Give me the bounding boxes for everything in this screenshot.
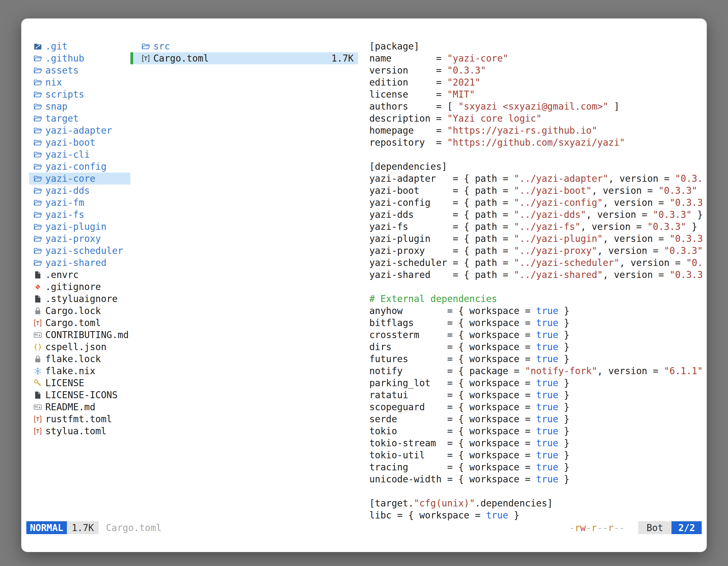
folder-icon [34, 175, 42, 183]
parent-entry[interactable]: snap [29, 100, 130, 112]
parent-entry[interactable]: README.md [29, 401, 130, 413]
parent-entry[interactable]: yazi-cli [29, 149, 130, 161]
preview-line: tracing = { workspace = true } [369, 461, 702, 473]
preview-line: authors = [ "sxyazi <sxyazi@gmail.com>" … [369, 100, 702, 112]
parent-entry[interactable]: assets [29, 64, 130, 76]
preview-line [369, 149, 702, 161]
entry-name: CONTRIBUTING.md [45, 329, 129, 341]
parent-entry[interactable]: .git [29, 40, 130, 52]
preview-line: yazi-proxy = { path = "../yazi-proxy", v… [369, 245, 702, 257]
preview-line: ratatui = { workspace = true } [369, 389, 702, 401]
preview-line: version = "0.3.3" [369, 64, 702, 76]
cursor-bar [130, 52, 133, 64]
folder-icon [34, 139, 42, 147]
parent-entry[interactable]: yazi-boot [29, 137, 130, 149]
entry-name: scripts [45, 88, 84, 100]
preview-line: tokio-stream = { workspace = true } [369, 437, 702, 449]
parent-entry[interactable]: yazi-core [29, 173, 130, 185]
file-icon [34, 271, 42, 279]
key-icon [34, 379, 42, 387]
parent-entry[interactable]: .gitignore [29, 281, 130, 293]
git-icon [34, 283, 42, 291]
parent-entry[interactable]: CONTRIBUTING.md [29, 329, 130, 341]
preview-line [369, 485, 702, 497]
preview-line: license = "MIT" [369, 88, 702, 100]
parent-entry[interactable]: LICENSE-ICONS [29, 389, 130, 401]
entry-size: 1.7K [326, 52, 354, 64]
entry-name: target [45, 112, 79, 125]
entry-name: .styluaignore [45, 293, 118, 305]
preview-line: name = "yazi-core" [369, 52, 702, 64]
parent-entry[interactable]: yazi-adapter [29, 125, 130, 137]
entry-name: flake.lock [45, 353, 101, 365]
parent-entry[interactable]: yazi-fm [29, 197, 130, 209]
preview-line: notify = { package = "notify-fork", vers… [369, 365, 702, 377]
status-filename: Cargo.toml [106, 522, 162, 533]
entry-name: README.md [45, 401, 95, 413]
entry-name: yazi-adapter [45, 125, 112, 137]
folder-icon [34, 54, 42, 63]
preview-line: parking_lot = { workspace = true } [369, 377, 702, 389]
parent-entry[interactable]: yazi-scheduler [29, 245, 130, 257]
preview-line: # External dependencies [369, 293, 702, 305]
entry-name: rustfmt.toml [45, 413, 112, 425]
preview-line: tokio-util = { workspace = true } [369, 449, 702, 461]
entry-name: flake.nix [45, 365, 95, 377]
folder-icon [34, 223, 42, 231]
folder-icon [34, 90, 42, 99]
preview-line: yazi-config = { path = "../yazi-config",… [369, 197, 702, 209]
entry-name: cspell.json [45, 341, 107, 353]
current-entry[interactable]: src [130, 40, 358, 52]
entry-name: yazi-fs [45, 209, 84, 221]
parent-entry[interactable]: yazi-proxy [29, 233, 130, 245]
current-entry[interactable]: Cargo.toml1.7K [130, 52, 358, 64]
mode-badge: NORMAL [26, 521, 67, 534]
parent-entry[interactable]: yazi-shared [29, 257, 130, 269]
parent-entry[interactable]: flake.nix [29, 365, 130, 377]
current-pane: srcCargo.toml1.7K [130, 40, 358, 64]
parent-entry[interactable]: yazi-plugin [29, 221, 130, 233]
preview-line: homepage = "https://yazi-rs.github.io" [369, 125, 702, 137]
entry-name: yazi-cli [45, 149, 90, 161]
parent-entry[interactable]: LICENSE [29, 377, 130, 389]
preview-line: yazi-shared = { path = "../yazi-shared",… [369, 269, 702, 281]
preview-line: yazi-adapter = { path = "../yazi-adapter… [369, 173, 702, 185]
parent-entry[interactable]: yazi-config [29, 161, 130, 173]
preview-line: futures = { workspace = true } [369, 353, 702, 365]
parent-entry[interactable]: scripts [29, 88, 130, 100]
entry-name: yazi-boot [45, 137, 95, 149]
entry-name: yazi-shared [45, 257, 107, 269]
entry-name: yazi-plugin [45, 221, 107, 233]
folder-icon [34, 199, 42, 207]
json-icon [34, 343, 42, 351]
preview-line: edition = "2021" [369, 76, 702, 88]
entry-name: yazi-config [45, 161, 107, 173]
preview-line: yazi-dds = { path = "../yazi-dds", versi… [369, 209, 702, 221]
parent-entry[interactable]: target [29, 112, 130, 125]
parent-entry[interactable]: flake.lock [29, 353, 130, 365]
parent-entry[interactable]: rustfmt.toml [29, 413, 130, 425]
preview-line: description = "Yazi core logic" [369, 112, 702, 125]
parent-entry[interactable]: .styluaignore [29, 293, 130, 305]
preview-line: dirs = { workspace = true } [369, 341, 702, 353]
entry-name: src [153, 40, 170, 52]
file-icon [34, 295, 42, 303]
parent-entry[interactable]: stylua.toml [29, 425, 130, 437]
folder-icon [34, 163, 42, 171]
parent-entry[interactable]: .envrc [29, 269, 130, 281]
parent-entry[interactable]: yazi-dds [29, 185, 130, 197]
folder-icon [34, 259, 42, 267]
preview-line: serde = { workspace = true } [369, 413, 702, 425]
preview-line: libc = { workspace = true } [369, 509, 702, 521]
preview-line: yazi-plugin = { path = "../yazi-plugin",… [369, 233, 702, 245]
parent-entry[interactable]: yazi-fs [29, 209, 130, 221]
parent-entry[interactable]: .github [29, 52, 130, 64]
entry-name: yazi-core [45, 173, 95, 185]
parent-entry[interactable]: nix [29, 76, 130, 88]
status-bar: NORMAL 1.7K Cargo.toml -rw-r--r-- Bot 2/… [26, 521, 702, 534]
parent-entry[interactable]: cspell.json [29, 341, 130, 353]
parent-entry[interactable]: Cargo.toml [29, 317, 130, 329]
toml-icon [142, 54, 150, 63]
parent-entry[interactable]: Cargo.lock [29, 305, 130, 317]
entry-name: yazi-dds [45, 185, 90, 197]
